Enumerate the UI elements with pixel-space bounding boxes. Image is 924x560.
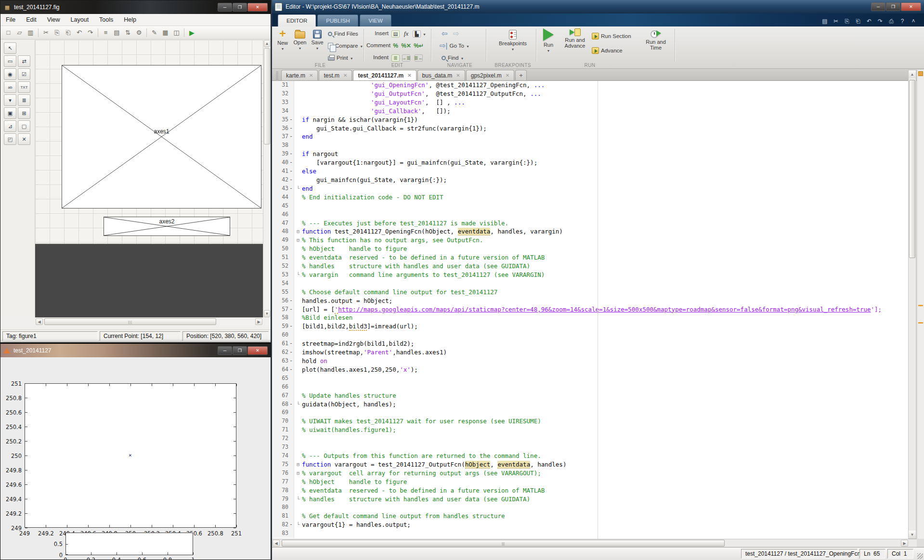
print-button[interactable]: Print▼ bbox=[328, 53, 353, 63]
figure-axes2[interactable] bbox=[65, 533, 193, 555]
static-text-tool[interactable]: TXT bbox=[18, 81, 30, 93]
code-line[interactable]: 70% UIWAIT makes test_20141127 wait for … bbox=[272, 417, 909, 426]
run-and-advance-button[interactable]: Run and Advance bbox=[560, 28, 590, 60]
smart-indent-button[interactable]: ≣ bbox=[391, 53, 400, 63]
run-button[interactable]: Run▼ bbox=[538, 28, 559, 60]
comment-button[interactable]: % bbox=[391, 41, 400, 51]
scroll-up-icon[interactable]: ▲ bbox=[264, 40, 270, 47]
run-and-time-button[interactable]: Run and Time bbox=[642, 28, 670, 60]
back-button[interactable]: ⇦ bbox=[442, 29, 448, 39]
axes2-placeholder[interactable]: axes2 bbox=[104, 217, 230, 236]
close-tab-icon[interactable]: ✕ bbox=[407, 73, 411, 78]
code-line[interactable]: 45 bbox=[272, 202, 909, 210]
code-line[interactable]: 54 bbox=[272, 279, 909, 288]
warning-marker[interactable] bbox=[918, 305, 923, 306]
fold-marker[interactable]: ⊟ bbox=[294, 236, 302, 245]
redo-icon[interactable]: ↷ bbox=[85, 27, 96, 38]
find-button[interactable]: Find▼ bbox=[442, 53, 464, 63]
axes-tool[interactable]: ⊿ bbox=[4, 120, 16, 132]
fold-marker[interactable]: ⊟ bbox=[294, 460, 302, 469]
file-tab-test_20141127-m[interactable]: test_20141127.m✕ bbox=[353, 70, 416, 80]
scroll-up-icon[interactable]: ▲ bbox=[909, 70, 916, 78]
code-line[interactable]: 82-└varargout{1} = handles.output; bbox=[272, 521, 909, 529]
scroll-left-icon[interactable]: ◀ bbox=[36, 318, 43, 325]
canvas-vertical-scrollbar[interactable]: ▲ ▼ bbox=[263, 40, 271, 317]
code-line[interactable]: 63-hold on bbox=[272, 357, 909, 365]
warning-marker[interactable] bbox=[918, 322, 923, 324]
new-tab-button[interactable]: + bbox=[515, 70, 527, 80]
scroll-right-icon[interactable]: ▶ bbox=[255, 318, 262, 325]
vertical-scroll-thumb[interactable] bbox=[264, 48, 270, 144]
code-line[interactable]: 47% --- Executes just before test_201411… bbox=[272, 219, 909, 228]
panel-tool[interactable]: ▢ bbox=[18, 120, 30, 132]
scroll-down-icon[interactable]: ▼ bbox=[264, 310, 270, 317]
toolbar-editor-icon[interactable]: ⚙ bbox=[133, 27, 144, 38]
close-button[interactable]: ✕ bbox=[901, 2, 921, 11]
horizontal-scroll-thumb[interactable]: ||| bbox=[44, 318, 216, 325]
menu-editor-icon[interactable]: ▤ bbox=[111, 27, 122, 38]
canvas-horizontal-scrollbar[interactable]: ◀ ||| ▶ bbox=[35, 317, 263, 326]
push-button-tool[interactable]: ▭ bbox=[4, 55, 16, 67]
check-box-tool[interactable]: ☑ bbox=[18, 68, 30, 80]
minimize-button[interactable]: ─ bbox=[218, 346, 232, 355]
code-line[interactable]: 78% eventdata reserved - to be defined i… bbox=[272, 486, 909, 495]
figure-titlebar[interactable]: test_20141127 ─ ❐ ✕ bbox=[0, 344, 271, 357]
code-line[interactable]: 43-└end bbox=[272, 184, 909, 193]
run-section-button[interactable]: Run Section bbox=[592, 31, 631, 41]
listbox-tool[interactable]: ≣ bbox=[18, 94, 30, 106]
toggle-button-tool[interactable]: ▣ bbox=[4, 107, 16, 119]
code-line[interactable]: 75⊟function varargout = test_20141127_Ou… bbox=[272, 460, 909, 469]
close-tab-icon[interactable]: ✕ bbox=[506, 73, 509, 78]
mfile-editor-icon[interactable]: ✎ bbox=[149, 27, 160, 38]
code-line[interactable]: 79└% handles structure with handles and … bbox=[272, 495, 909, 504]
button-group-tool[interactable]: ◰ bbox=[4, 133, 16, 145]
insert-section-button[interactable]: ▤ bbox=[391, 29, 400, 39]
minimize-ribbon-icon[interactable]: ˄ bbox=[910, 18, 917, 25]
code-line[interactable]: 38 bbox=[272, 141, 909, 150]
wrap-comments-button[interactable]: %↵ bbox=[415, 41, 423, 51]
object-browser-icon[interactable]: ◫ bbox=[171, 27, 182, 38]
menu-file[interactable]: File bbox=[0, 14, 21, 25]
code-line[interactable]: 77% hObject handle to figure bbox=[272, 478, 909, 486]
code-line[interactable]: 64-plot(handles.axes1,250,250,'x'); bbox=[272, 365, 909, 374]
menu-view[interactable]: View bbox=[42, 14, 65, 25]
code-line[interactable]: 65 bbox=[272, 374, 909, 383]
code-line[interactable]: 69 bbox=[272, 408, 909, 417]
editor-horizontal-scrollbar[interactable]: ◀ ||| ▶ bbox=[272, 539, 917, 547]
close-tab-icon[interactable]: ✕ bbox=[456, 73, 460, 78]
fold-marker[interactable]: ⊟ bbox=[294, 227, 302, 236]
code-line[interactable]: 61-streetmap=ind2rgb(bild1,bild2); bbox=[272, 339, 909, 348]
code-line[interactable]: 31 'gui_OpeningFcn', @test_20141127_Open… bbox=[272, 81, 909, 90]
editor-titlebar[interactable]: Editor - W:\projekt-GS\67 IVIsion\BA_Neu… bbox=[272, 0, 924, 13]
help-icon[interactable]: ? bbox=[898, 18, 906, 25]
find-files-button[interactable]: Find Files bbox=[328, 29, 358, 39]
undo-icon[interactable]: ↶ bbox=[74, 27, 85, 38]
code-line[interactable]: 81% Get default command line output from… bbox=[272, 512, 909, 521]
code-line[interactable]: 55% Choose default command line output f… bbox=[272, 288, 909, 297]
mlint-summary-indicator[interactable] bbox=[918, 71, 923, 76]
advance-button[interactable]: Advance bbox=[592, 46, 623, 55]
new-figure-icon[interactable]: □ bbox=[3, 27, 14, 38]
menu-layout[interactable]: Layout bbox=[65, 14, 94, 25]
vertical-scroll-thumb[interactable] bbox=[909, 80, 915, 258]
editor-vertical-scrollbar[interactable]: ▲ ▼ bbox=[908, 70, 916, 539]
tab-publish[interactable]: PUBLISH bbox=[317, 14, 358, 26]
uncomment-button[interactable]: %✕ bbox=[402, 41, 410, 51]
property-inspector-icon[interactable]: ▦ bbox=[160, 27, 171, 38]
align-objects-icon[interactable]: ≡ bbox=[100, 27, 111, 38]
paste-icon[interactable]: ⎗ bbox=[63, 27, 74, 38]
code-line[interactable]: 83 bbox=[272, 529, 909, 538]
code-line[interactable]: 32 'gui_OutputFcn', @test_20141127_Outpu… bbox=[272, 90, 909, 98]
tab-order-editor-icon[interactable]: ⇅ bbox=[122, 27, 133, 38]
code-line[interactable]: 46 bbox=[272, 210, 909, 219]
scroll-left-icon[interactable]: ◀ bbox=[273, 540, 280, 547]
menu-edit[interactable]: Edit bbox=[21, 14, 42, 25]
code-line[interactable]: 57-[url] = ['http://maps.googleapis.com/… bbox=[272, 305, 909, 314]
message-indicator-bar[interactable] bbox=[917, 70, 924, 539]
minimize-button[interactable]: ─ bbox=[871, 2, 885, 11]
code-line[interactable]: 48⊟function test_20141127_OpeningFcn(hOb… bbox=[272, 227, 909, 236]
breakpoints-button[interactable]: Breakpoints▼ bbox=[491, 28, 534, 60]
code-line[interactable]: 59-[bild1,bild2,bild3]=imread(url); bbox=[272, 322, 909, 331]
restore-button[interactable]: ❐ bbox=[886, 2, 900, 11]
table-tool[interactable]: ⊞ bbox=[18, 107, 30, 119]
